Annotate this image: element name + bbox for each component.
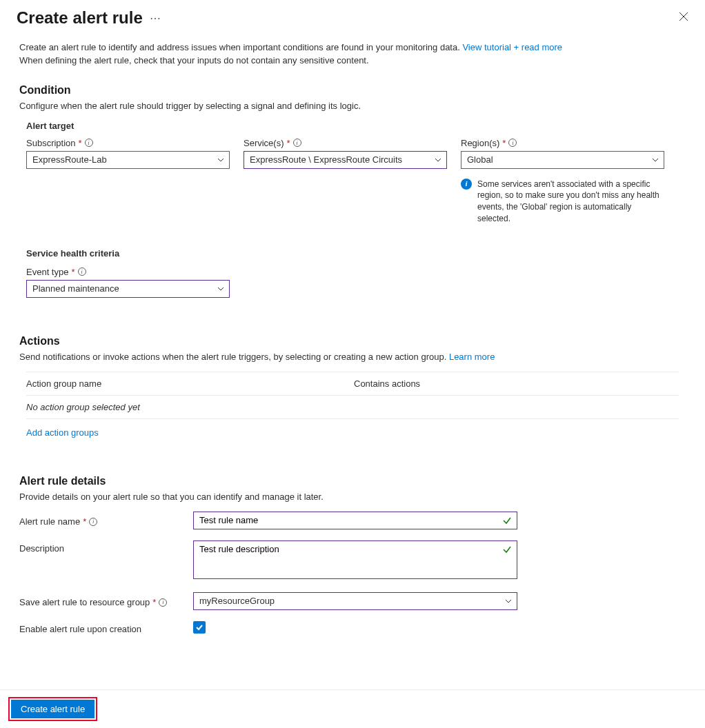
tutorial-link[interactable]: View tutorial + read more [462, 42, 562, 52]
details-heading: Alert rule details [19, 475, 686, 487]
region-info-text: Some services aren't associated with a s… [477, 179, 664, 225]
services-label: Service(s) * i [244, 138, 447, 148]
condition-desc: Configure when the alert rule should tri… [19, 101, 686, 111]
event-type-label: Event type * i [26, 267, 230, 277]
details-desc: Provide details on your alert rule so th… [19, 492, 686, 502]
info-icon[interactable]: i [508, 139, 517, 147]
check-icon [502, 516, 512, 525]
col-contains-actions: Contains actions [354, 378, 679, 389]
alert-target-heading: Alert target [26, 121, 686, 131]
add-action-groups-link[interactable]: Add action groups [26, 427, 99, 438]
chevron-down-icon [217, 285, 225, 293]
resource-group-select[interactable]: myResourceGroup [193, 592, 517, 610]
alert-rule-name-label: Alert rule name * i [19, 514, 193, 527]
info-icon[interactable]: i [89, 518, 97, 526]
actions-heading: Actions [19, 335, 686, 347]
page-header: Create alert rule ⋯ [0, 0, 705, 30]
alert-rule-name-input[interactable] [193, 512, 517, 529]
chevron-down-icon [217, 156, 225, 164]
chevron-down-icon [434, 156, 442, 164]
event-type-select[interactable]: Planned maintenance [26, 280, 230, 298]
subscription-select[interactable]: ExpressRoute-Lab [26, 151, 230, 169]
condition-heading: Condition [19, 84, 686, 97]
criteria-heading: Service health criteria [26, 248, 686, 259]
info-bubble-icon: i [461, 179, 472, 190]
intro-text: Create an alert rule to identify and add… [19, 41, 686, 68]
regions-label: Region(s) * i [461, 138, 664, 148]
chevron-down-icon [504, 597, 513, 605]
no-action-group-text: No action group selected yet [26, 402, 354, 412]
actions-desc: Send notifications or invoke actions whe… [19, 352, 686, 362]
intro-line1: Create an alert rule to identify and add… [19, 42, 462, 52]
action-groups-table: Action group name Contains actions No ac… [26, 372, 679, 419]
region-info-box: i Some services aren't associated with a… [461, 179, 664, 225]
info-icon[interactable]: i [78, 267, 86, 276]
col-action-group-name: Action group name [26, 378, 354, 389]
close-icon[interactable] [676, 9, 691, 27]
enable-rule-checkbox[interactable] [193, 621, 206, 634]
description-label: Description [19, 540, 193, 554]
regions-select[interactable]: Global [461, 151, 664, 169]
page-title: Create alert rule [17, 8, 143, 28]
learn-more-link[interactable]: Learn more [449, 352, 495, 362]
description-input[interactable] [193, 540, 517, 579]
more-icon[interactable]: ⋯ [150, 12, 161, 25]
chevron-down-icon [651, 156, 659, 164]
info-icon[interactable]: i [85, 139, 93, 147]
info-icon[interactable]: i [293, 139, 301, 147]
resource-group-label: Save alert rule to resource group * i [19, 594, 193, 607]
subscription-label: Subscription * i [26, 138, 230, 148]
info-icon[interactable]: i [159, 598, 167, 607]
services-select[interactable]: ExpressRoute \ ExpressRoute Circuits [244, 151, 447, 169]
check-icon [502, 545, 512, 554]
intro-line2: When defining the alert rule, check that… [19, 55, 369, 65]
enable-rule-label: Enable alert rule upon creation [19, 621, 193, 634]
